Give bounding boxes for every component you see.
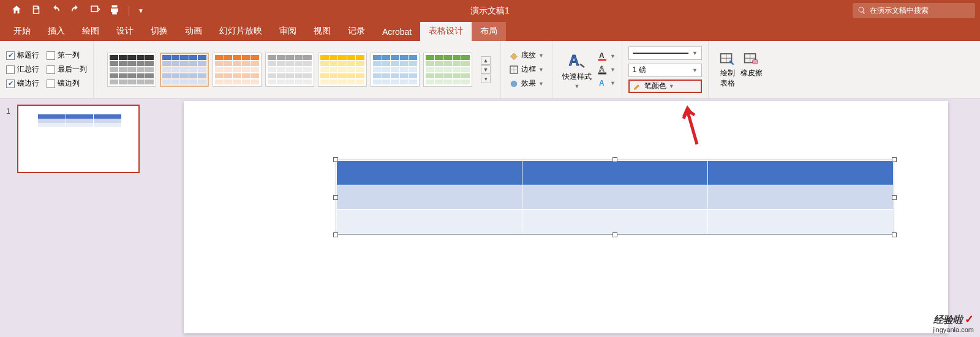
svg-text:A: A <box>599 78 605 87</box>
pen-weight-dropdown[interactable]: 1 磅▼ <box>628 64 702 77</box>
ribbon-content: 标题行 汇总行 镶边行 第一列 最后一列 镶边列 <box>0 41 980 98</box>
pen-style-dropdown[interactable]: ▼ <box>628 46 702 60</box>
pen-color-button[interactable]: 笔颜色▼ <box>628 80 702 93</box>
tab-animation[interactable]: 动画 <box>176 22 211 41</box>
tab-review[interactable]: 审阅 <box>271 22 305 41</box>
table-styles-gallery: ▲▼▾ <box>94 41 501 98</box>
table-style-6[interactable] <box>371 53 420 87</box>
table-style-3[interactable] <box>213 53 262 87</box>
resize-handle[interactable] <box>892 157 897 162</box>
tab-design[interactable]: 设计 <box>108 22 142 41</box>
table-style-options-group: 标题行 汇总行 镶边行 第一列 最后一列 镶边列 <box>0 41 94 98</box>
tab-acrobat[interactable]: Acrobat <box>374 23 420 41</box>
shading-border-group: 底纹▼ 边框▼ 效果▼ <box>501 41 552 98</box>
text-outline-button[interactable]: A▼ <box>597 64 616 75</box>
table-style-4[interactable] <box>265 53 314 87</box>
draw-table-button[interactable]: 绘制 表格 <box>720 51 736 89</box>
tab-view[interactable]: 视图 <box>305 22 339 41</box>
qat-separator <box>129 6 129 17</box>
title-bar: ▼ 演示文稿1 在演示文稿中搜索 <box>0 0 980 21</box>
search-box[interactable]: 在演示文稿中搜索 <box>853 3 975 18</box>
svg-rect-8 <box>598 72 606 74</box>
svg-point-3 <box>511 80 518 87</box>
resize-handle[interactable] <box>612 232 617 237</box>
tab-slideshow[interactable]: 幻灯片放映 <box>211 22 271 41</box>
wordart-styles-group: A 快速样式 ▼ A▼ A▼ A▼ <box>552 41 622 98</box>
last-col-checkbox[interactable]: 最后一列 <box>47 64 87 75</box>
slide-canvas <box>152 98 980 337</box>
quick-access-toolbar: ▼ <box>0 4 144 17</box>
tab-start[interactable]: 开始 <box>5 22 39 41</box>
first-col-checkbox[interactable]: 第一列 <box>47 50 87 61</box>
table-style-7[interactable] <box>423 53 472 87</box>
tab-transition[interactable]: 切换 <box>142 22 176 41</box>
resize-handle[interactable] <box>333 232 338 237</box>
tab-table-design[interactable]: 表格设计 <box>420 22 472 41</box>
slide-area[interactable] <box>184 101 948 333</box>
search-placeholder: 在演示文稿中搜索 <box>870 6 929 16</box>
table-style-2-selected[interactable] <box>160 53 209 87</box>
svg-rect-6 <box>598 59 606 61</box>
resize-handle[interactable] <box>333 157 338 162</box>
slide-thumbnail-panel: 1 <box>0 98 152 337</box>
undo-icon[interactable] <box>50 4 61 17</box>
draw-tools-group: 绘制 表格 橡皮擦 <box>709 41 774 98</box>
search-icon <box>858 6 866 15</box>
home-icon[interactable] <box>11 4 22 17</box>
quick-styles-button[interactable]: A 快速样式 ▼ <box>559 48 595 91</box>
workspace: 1 <box>0 98 980 337</box>
resize-handle[interactable] <box>612 157 617 162</box>
banded-col-checkbox[interactable]: 镶边列 <box>47 78 87 89</box>
print-icon[interactable] <box>109 4 120 17</box>
pen-settings-group: ▼ 1 磅▼ 笔颜色▼ <box>622 41 709 98</box>
shading-button[interactable]: 底纹▼ <box>507 50 546 61</box>
resize-handle[interactable] <box>892 195 897 200</box>
table-object[interactable] <box>336 160 894 235</box>
text-fill-button[interactable]: A▼ <box>597 51 616 62</box>
save-icon[interactable] <box>31 4 42 17</box>
table-style-5[interactable] <box>318 53 367 87</box>
redo-icon[interactable] <box>70 4 81 17</box>
slide-table[interactable] <box>336 160 894 234</box>
tab-draw[interactable]: 绘图 <box>74 22 108 41</box>
slide-number: 1 <box>6 107 10 116</box>
eraser-button[interactable]: 橡皮擦 <box>741 51 763 89</box>
banded-row-checkbox[interactable]: 镶边行 <box>6 78 39 89</box>
svg-rect-16 <box>752 59 757 64</box>
watermark: 经验啦 ✓ jingyanla.com <box>933 314 974 333</box>
border-button[interactable]: 边框▼ <box>507 64 546 75</box>
gallery-more[interactable]: ▲▼▾ <box>481 56 491 83</box>
svg-text:A: A <box>568 52 579 69</box>
resize-handle[interactable] <box>333 195 338 200</box>
slide-thumbnail-1[interactable] <box>17 105 140 173</box>
effects-button[interactable]: 效果▼ <box>507 78 546 89</box>
svg-text:A: A <box>599 51 605 60</box>
text-effects-button[interactable]: A▼ <box>597 78 616 89</box>
table-style-1[interactable] <box>107 53 156 87</box>
total-row-checkbox[interactable]: 汇总行 <box>6 64 39 75</box>
resize-handle[interactable] <box>892 232 897 237</box>
header-row-checkbox[interactable]: 标题行 <box>6 50 39 61</box>
ribbon-tabs: 开始 插入 绘图 设计 切换 动画 幻灯片放映 审阅 视图 记录 Acrobat… <box>0 21 980 41</box>
qat-dropdown-icon[interactable]: ▼ <box>138 7 144 14</box>
tab-layout[interactable]: 布局 <box>472 22 506 41</box>
tab-record[interactable]: 记录 <box>339 22 374 41</box>
window-title: 演示文稿1 <box>470 6 510 17</box>
svg-text:A: A <box>599 65 605 73</box>
tab-insert[interactable]: 插入 <box>39 22 74 41</box>
new-slide-icon[interactable] <box>89 4 100 17</box>
